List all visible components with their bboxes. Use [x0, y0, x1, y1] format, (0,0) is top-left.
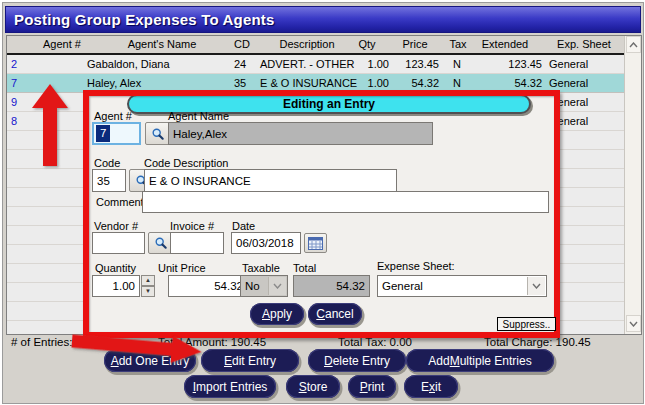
search-icon: [154, 236, 168, 250]
total-field: 54.32: [293, 275, 370, 297]
vertical-scrollbar[interactable]: [624, 36, 641, 334]
unit-price-value: 54.32: [214, 280, 243, 292]
date-field[interactable]: 06/03/2018: [231, 232, 301, 254]
col-header-extended[interactable]: Extended: [465, 38, 545, 50]
cell-sheet: General: [549, 77, 588, 89]
code-description-value: E & O INSURANCE: [149, 175, 251, 187]
up-chevron-icon: [629, 42, 638, 48]
agent-no-field[interactable]: 7: [92, 122, 141, 145]
date-value: 06/03/2018: [236, 237, 294, 249]
cell-sheet: General: [549, 115, 588, 127]
edit-entry-button[interactable]: Edit Entry: [201, 349, 299, 372]
table-row-selected[interactable]: 7 Haley, Alex 35 E & O INSURANCE 1.00 54…: [7, 74, 624, 93]
cell-price: 123.45: [389, 58, 439, 70]
title-bar: Posting Group Expenses To Agents: [5, 6, 641, 33]
apply-button[interactable]: Apply: [250, 303, 304, 325]
cell-name: Haley, Alex: [87, 77, 141, 89]
add-one-entry-button[interactable]: Add One Entry: [104, 349, 196, 372]
editing-entry-dialog: Editing an Entry Agent # Agent Name 7 Ha…: [89, 96, 554, 332]
agent-search-button[interactable]: [145, 122, 170, 145]
vendor-no-field[interactable]: [92, 232, 145, 254]
suppress-label: Suppress..: [503, 319, 551, 330]
invoice-no-field[interactable]: [170, 232, 224, 254]
col-header-qty[interactable]: Qty: [342, 38, 392, 50]
quantity-stepper[interactable]: ▲ ▼: [141, 275, 155, 297]
cell-extended: 123.45: [462, 58, 542, 70]
entries-count: # of Entries: 4: [11, 336, 82, 348]
table-row[interactable]: 2 Gabaldon, Diana 24 ADVERT. - OTHER 1.0…: [7, 55, 624, 74]
col-header-agent[interactable]: Agent #: [27, 38, 97, 50]
chevron-down-icon: [273, 283, 282, 289]
total-charge: Total Charge: 190.45: [484, 336, 591, 348]
cell-agent: 2: [11, 58, 17, 70]
quantity-label: Quantity: [95, 262, 136, 274]
col-header-expsheet[interactable]: Exp. Sheet: [549, 38, 619, 50]
taxable-dropdown-arrow[interactable]: [268, 277, 286, 295]
expense-sheet-value: General: [382, 280, 423, 292]
cancel-button[interactable]: Cancel: [308, 303, 362, 325]
code-value: 35: [97, 175, 110, 187]
code-description-label: Code Description: [144, 157, 228, 169]
taxable-dropdown[interactable]: No: [240, 275, 288, 297]
calendar-button[interactable]: [304, 233, 327, 253]
expense-sheet-label: Expense Sheet:: [377, 260, 455, 272]
delete-entry-button[interactable]: Delete Entry: [308, 349, 406, 372]
agent-no-label: Agent #: [94, 110, 132, 122]
print-button[interactable]: Print: [348, 375, 396, 398]
agent-no-value: 7: [96, 125, 110, 142]
unit-price-label: Unit Price: [158, 262, 206, 274]
cell-name: Gabaldon, Diana: [87, 58, 170, 70]
expense-sheet-dropdown[interactable]: General: [377, 275, 547, 297]
col-header-desc[interactable]: Description: [262, 38, 352, 50]
invoice-no-label: Invoice #: [170, 220, 214, 232]
vendor-no-label: Vendor #: [94, 220, 138, 232]
col-header-name[interactable]: Agent's Name: [102, 38, 222, 50]
cell-extended: 54.32: [462, 77, 542, 89]
code-field[interactable]: 35: [92, 169, 126, 192]
down-chevron-icon: [629, 321, 638, 327]
spinner-down-icon[interactable]: ▼: [141, 286, 155, 297]
grid-header-row: Agent # Agent's Name CD Description Qty …: [7, 36, 624, 55]
agent-name-label: Agent Name: [168, 110, 229, 122]
cell-cd: 35: [234, 77, 246, 89]
cell-sheet: General: [549, 58, 588, 70]
total-tax: Total Tax: 0.00: [338, 336, 412, 348]
exit-button[interactable]: Exit: [404, 375, 458, 398]
suppress-button[interactable]: Suppress..: [497, 317, 556, 331]
total-value: 54.32: [336, 280, 365, 292]
unit-price-field[interactable]: 54.32: [168, 275, 248, 297]
window-title: Posting Group Expenses To Agents: [6, 11, 275, 28]
cell-price: 54.32: [389, 77, 439, 89]
comment-label: Comment:: [96, 196, 147, 208]
total-label: Total: [293, 262, 316, 274]
cell-agent: 7: [11, 77, 17, 89]
total-amount: Total Amount: 190.45: [158, 336, 266, 348]
add-multiple-entries-button[interactable]: Add Multiple Entries: [406, 349, 554, 372]
calendar-icon: [308, 237, 323, 250]
col-header-cd[interactable]: CD: [222, 38, 262, 50]
taxable-label: Taxable: [242, 262, 280, 274]
cell-agent: 8: [11, 115, 17, 127]
chevron-down-icon: [532, 283, 541, 289]
expense-sheet-dropdown-arrow[interactable]: [527, 277, 545, 295]
quantity-value: 1.00: [113, 280, 135, 292]
quantity-field[interactable]: 1.00: [92, 275, 140, 297]
agent-name-field: Haley,Alex: [168, 122, 433, 145]
scroll-up-button[interactable]: [626, 36, 641, 53]
cell-sheet: General: [549, 96, 588, 108]
scroll-down-button[interactable]: [626, 315, 641, 332]
cell-cd: 24: [234, 58, 246, 70]
store-button[interactable]: Store: [286, 375, 340, 398]
taxable-value: No: [245, 280, 260, 292]
agent-name-value: Haley,Alex: [173, 128, 227, 140]
comment-field[interactable]: [142, 191, 549, 213]
code-label: Code: [94, 157, 120, 169]
date-label: Date: [232, 220, 255, 232]
cell-qty: 1.00: [337, 58, 389, 70]
import-entries-button[interactable]: Import Entries: [184, 375, 276, 398]
col-header-price[interactable]: Price: [389, 38, 441, 50]
search-icon: [151, 127, 165, 141]
spinner-up-icon[interactable]: ▲: [141, 275, 155, 286]
cell-agent: 9: [11, 96, 17, 108]
code-description-field[interactable]: E & O INSURANCE: [144, 169, 397, 192]
